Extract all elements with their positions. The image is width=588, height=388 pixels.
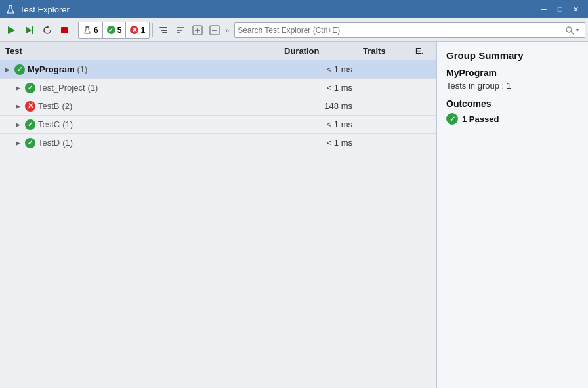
col-header-duration: Duration	[279, 46, 358, 56]
column-headers: Test Duration Traits E.	[0, 42, 436, 60]
row-test-cell: ▶ ✕ TestB (2)	[0, 101, 279, 112]
fail-icon: ✕	[25, 101, 35, 112]
toolbar-sep-1	[75, 23, 75, 37]
run-all-icon	[5, 24, 17, 36]
svg-line-19	[571, 32, 574, 34]
expand-arrow[interactable]: ▶	[3, 65, 12, 74]
passed-label: 1 Passed	[462, 114, 499, 124]
search-dropdown-button[interactable]	[574, 24, 582, 37]
summary-tests-row: Tests in group : 1	[446, 81, 579, 91]
table-row[interactable]: ▶ ✓ Test_Project (1) < 1 ms	[0, 79, 436, 97]
row-count: (1)	[77, 64, 88, 74]
row-label: TestD	[38, 138, 60, 148]
refresh-button[interactable]	[39, 22, 55, 39]
table-row[interactable]: ▶ ✕ TestB (2) 148 ms	[0, 97, 436, 116]
filter-fail-badge[interactable]: ✕ 1	[126, 22, 149, 38]
svg-marker-20	[576, 29, 579, 32]
title-bar: Test Explorer ─ □ ✕	[0, 0, 588, 18]
run-icon	[24, 24, 35, 36]
toolbar: 6 ✓ 5 ✕ 1	[0, 18, 588, 42]
add-icon	[192, 25, 203, 35]
row-duration: 148 ms	[279, 101, 358, 111]
row-duration: < 1 ms	[279, 119, 358, 129]
row-label: TestC	[38, 119, 60, 129]
flask-count: 6	[94, 26, 98, 35]
row-duration: < 1 ms	[279, 64, 358, 74]
sort-button[interactable]	[173, 22, 188, 39]
test-panel: Test Duration Traits E. ▶ ✓ MyProgram (1…	[0, 42, 437, 388]
row-test-cell: ▶ ✓ TestD (1)	[0, 138, 279, 148]
restore-button[interactable]: □	[553, 3, 567, 15]
title-bar-title: Test Explorer	[20, 5, 70, 14]
flask-small-icon	[83, 26, 92, 35]
row-label: TestB	[38, 101, 60, 111]
refresh-icon	[42, 25, 52, 35]
row-test-cell: ▶ ✓ Test_Project (1)	[0, 83, 279, 93]
col-header-e: E.	[410, 46, 436, 56]
outcomes-title: Outcomes	[446, 98, 579, 109]
summary-group-name: MyProgram	[446, 68, 579, 78]
table-row[interactable]: ▶ ✓ TestC (1) < 1 ms	[0, 116, 436, 134]
filter-pass-badge[interactable]: ✓ 5	[103, 22, 127, 38]
expand-arrow[interactable]: ▶	[13, 120, 22, 129]
search-box	[234, 22, 585, 38]
svg-rect-5	[61, 27, 68, 33]
stop-button[interactable]	[56, 22, 72, 39]
main-layout: Test Duration Traits E. ▶ ✓ MyProgram (1…	[0, 42, 588, 388]
stop-icon	[59, 25, 70, 35]
add-column-button[interactable]	[190, 22, 205, 39]
expand-arrow[interactable]: ▶	[13, 83, 22, 93]
tests-in-group-count: 1	[507, 81, 511, 91]
expand-arrow[interactable]: ▶	[13, 102, 22, 111]
close-button[interactable]: ✕	[568, 3, 583, 15]
row-duration: < 1 ms	[279, 138, 358, 148]
toolbar-sep-2	[152, 23, 153, 37]
svg-rect-0	[9, 5, 12, 6]
group-by-button[interactable]	[156, 22, 171, 39]
group-by-icon	[158, 25, 169, 35]
pass-icon: ✓	[25, 119, 35, 130]
col-header-test: Test	[0, 46, 279, 56]
svg-marker-2	[26, 26, 32, 34]
expand-arrow[interactable]: ▶	[13, 139, 22, 148]
table-row[interactable]: ▶ ✓ TestD (1) < 1 ms	[0, 134, 436, 152]
flask-icon	[5, 4, 16, 14]
remove-icon	[209, 25, 220, 35]
svg-rect-9	[162, 32, 167, 33]
fail-count: 1	[140, 26, 145, 35]
sort-icon	[175, 25, 186, 35]
fail-filter-icon: ✕	[130, 26, 138, 34]
run-button[interactable]	[21, 22, 38, 39]
chevron-down-icon	[574, 27, 581, 33]
row-test-cell: ▶ ✓ TestC (1)	[0, 119, 279, 130]
row-label: Test_Project	[38, 83, 85, 93]
right-panel: Group Summary MyProgram Tests in group :…	[437, 42, 588, 388]
test-list: ▶ ✓ MyProgram (1) < 1 ms ▶ ✓ Test_Projec…	[0, 60, 436, 388]
row-label: MyProgram	[28, 64, 75, 74]
tests-in-group-label: Tests in group :	[446, 81, 504, 91]
svg-rect-8	[161, 30, 167, 31]
col-header-traits: Traits	[358, 46, 410, 56]
filter-flask-badge[interactable]: 6	[79, 22, 103, 38]
row-count: (1)	[62, 119, 73, 129]
svg-rect-6	[86, 26, 89, 28]
row-count: (1)	[88, 83, 98, 93]
row-count: (1)	[62, 138, 73, 148]
run-all-button[interactable]	[3, 22, 20, 39]
more-button[interactable]: »	[224, 22, 230, 39]
pass-icon: ✓	[14, 64, 25, 75]
filter-group: 6 ✓ 5 ✕ 1	[78, 22, 150, 39]
svg-marker-4	[47, 26, 49, 28]
svg-rect-7	[159, 27, 167, 28]
minimize-button[interactable]: ─	[537, 3, 551, 15]
row-count: (2)	[62, 101, 73, 111]
pass-filter-icon: ✓	[107, 26, 116, 34]
row-duration: < 1 ms	[279, 83, 358, 93]
search-icon	[565, 26, 574, 35]
search-input[interactable]	[238, 26, 565, 35]
table-row[interactable]: ▶ ✓ MyProgram (1) < 1 ms	[0, 60, 436, 79]
pass-icon: ✓	[25, 138, 35, 148]
outcome-row: ✓ 1 Passed	[446, 113, 579, 125]
remove-column-button[interactable]	[207, 22, 222, 39]
outcome-pass-icon: ✓	[446, 113, 458, 125]
